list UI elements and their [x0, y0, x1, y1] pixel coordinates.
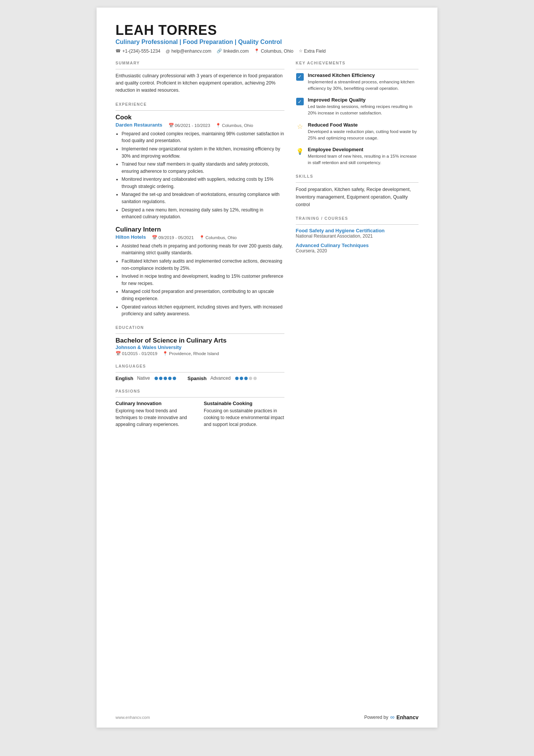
header: LEAH TORRES Culinary Professional | Food… [116, 23, 418, 54]
lang-english-dots [155, 377, 176, 380]
passion-1-text: Exploring new food trends and techniques… [116, 407, 196, 428]
email-contact: @ help@enhancv.com [166, 49, 211, 54]
job-1-bullet-1: Prepared and cooked complex recipes, mai… [122, 130, 284, 144]
skills-text: Food preparation, Kitchen safety, Recipe… [296, 186, 418, 208]
calendar-icon-2: 📅 [152, 235, 157, 240]
location-value: Columbus, Ohio [261, 49, 294, 54]
edu-school: Johnson & Wales University [116, 344, 284, 350]
job-2-bullet-3: Involved in recipe testing and developme… [122, 273, 284, 287]
achievement-2-desc: Led taste-testing sessions, refining rec… [308, 103, 418, 117]
dot-es-4 [249, 377, 252, 380]
job-2-title: Culinary Intern [116, 226, 284, 233]
passion-1-title: Culinary Innovation [116, 401, 196, 406]
training-2-meta: Coursera, 2020 [296, 248, 418, 254]
star-icon: ☆ [299, 49, 303, 53]
edu-location: 📍 Providence, Rhode Island [162, 351, 219, 356]
dot-en-5 [173, 377, 176, 380]
achievement-1-icon-wrap: ✓ [296, 73, 304, 81]
job-2-location: 📍 Columbus, Ohio [199, 235, 237, 240]
check-icon-2: ✓ [296, 98, 304, 105]
passions-section: PASSIONS Culinary Innovation Exploring n… [116, 389, 284, 428]
job-1-bullet-3: Trained four new staff members in qualit… [122, 161, 284, 175]
job-2-bullet-4: Managed cold food preparation and presen… [122, 288, 284, 302]
skills-section-title: SKILLS [296, 174, 418, 178]
job-2-bullet-5: Operated various kitchen equipment, incl… [122, 304, 284, 318]
achievement-1-desc: Implemented a streamlined process, enhan… [308, 79, 418, 92]
enhancv-icon: ∞ [390, 714, 394, 721]
training-2-title: Advanced Culinary Techniques [296, 243, 418, 248]
dot-en-3 [164, 377, 167, 380]
candidate-name: LEAH TORRES [116, 23, 418, 38]
job-2-bullet-1: Assisted head chefs in preparing and por… [122, 243, 284, 257]
achievement-3-icon-wrap: ☆ [296, 122, 304, 131]
calendar-icon-1: 📅 [169, 123, 174, 128]
job-1-bullet-5: Managed the set-up and breakdown of work… [122, 191, 284, 205]
training-section: TRAINING / COURSES Food Safety and Hygie… [296, 216, 418, 254]
location-contact: 📍 Columbus, Ohio [254, 49, 294, 54]
achievement-3-desc: Developed a waste reduction plan, cuttin… [308, 128, 418, 142]
email-value: help@enhancv.com [172, 49, 211, 54]
resume-page: LEAH TORRES Culinary Professional | Food… [97, 8, 437, 728]
extra-contact: ☆ Extra Field [299, 49, 326, 54]
dot-es-5 [253, 377, 257, 380]
achievement-1-content: Increased Kitchen Efficiency Implemented… [308, 72, 418, 92]
job-2-bullet-2: Facilitated kitchen safety audits and im… [122, 258, 284, 272]
job-2-bullets: Assisted head chefs in preparing and por… [116, 243, 284, 318]
check-icon-1: ✓ [296, 73, 304, 81]
location-icon-3: 📍 [162, 351, 168, 356]
dot-en-1 [155, 377, 158, 380]
edu-degree: Bachelor of Science in Culinary Arts [116, 337, 284, 344]
achievement-2-title: Improved Recipe Quality [308, 97, 418, 103]
training-1-meta: National Restaurant Association, 2021 [296, 233, 418, 239]
lang-english-name: English [116, 376, 133, 381]
lang-english: English Native [116, 376, 176, 381]
job-2-meta-row: Hilton Hotels 📅 09/2019 - 05/2021 📍 Colu… [116, 234, 284, 240]
link-icon: 🔗 [217, 49, 222, 53]
training-1-title: Food Safety and Hygiene Certification [296, 228, 418, 233]
dot-en-4 [168, 377, 172, 380]
achievement-3-title: Reduced Food Waste [308, 122, 418, 128]
education-divider [116, 333, 284, 334]
passions-grid: Culinary Innovation Exploring new food t… [116, 401, 284, 428]
achievement-2-content: Improved Recipe Quality Led taste-testin… [308, 97, 418, 117]
job-1-bullet-2: Implemented new organizational system in… [122, 146, 284, 160]
dot-es-1 [235, 377, 239, 380]
training-1: Food Safety and Hygiene Certification Na… [296, 228, 418, 239]
skills-divider [296, 182, 418, 183]
job-1-bullet-4: Monitored inventory and collaborated wit… [122, 176, 284, 190]
location-icon-2: 📍 [199, 235, 205, 240]
achievements-section: KEY ACHIEVEMENTS ✓ Increased Kitchen Eff… [296, 61, 418, 166]
footer-website: www.enhancv.com [116, 715, 150, 720]
education-section: EDUCATION Bachelor of Science in Culinar… [116, 325, 284, 356]
job-2: Culinary Intern Hilton Hotels 📅 09/2019 … [116, 226, 284, 318]
job-1-company: Darden Restaurants [116, 122, 162, 128]
experience-section: EXPERIENCE Cook Darden Restaurants 📅 06/… [116, 102, 284, 318]
skills-section: SKILLS Food preparation, Kitchen safety,… [296, 174, 418, 208]
achievement-3-content: Reduced Food Waste Developed a waste red… [308, 122, 418, 142]
passion-2: Sustainable Cooking Focusing on sustaina… [204, 401, 284, 428]
achievement-4-desc: Mentored team of new hires, resulting in… [308, 153, 418, 166]
star-icon-3: ☆ [297, 122, 303, 131]
training-2: Advanced Culinary Techniques Coursera, 2… [296, 243, 418, 254]
education-section-title: EDUCATION [116, 325, 284, 330]
training-divider [296, 224, 418, 225]
dot-es-3 [244, 377, 248, 380]
job-1: Cook Darden Restaurants 📅 06/2021 - 10/2… [116, 114, 284, 221]
lang-spanish-name: Spanish [187, 376, 207, 381]
achievement-4: 💡 Employee Development Mentored team of … [296, 147, 418, 166]
lang-spanish-level: Advanced [211, 376, 231, 381]
summary-section-title: SUMMARY [116, 61, 284, 65]
job-2-date-loc: 📅 09/2019 - 05/2021 📍 Columbus, Ohio [152, 235, 237, 240]
dot-es-2 [240, 377, 243, 380]
powered-by-text: Powered by [364, 715, 388, 720]
achievement-1-title: Increased Kitchen Efficiency [308, 72, 418, 78]
achievement-2-icon-wrap: ✓ [296, 97, 304, 106]
job-2-company: Hilton Hotels [116, 234, 146, 240]
lang-spanish: Spanish Advanced [187, 376, 257, 381]
location-icon: 📍 [254, 49, 259, 53]
job-1-bullets: Prepared and cooked complex recipes, mai… [116, 130, 284, 221]
dot-en-2 [159, 377, 162, 380]
experience-divider [116, 110, 284, 111]
email-icon: @ [166, 49, 170, 53]
enhancv-brand: Enhancv [397, 714, 418, 720]
